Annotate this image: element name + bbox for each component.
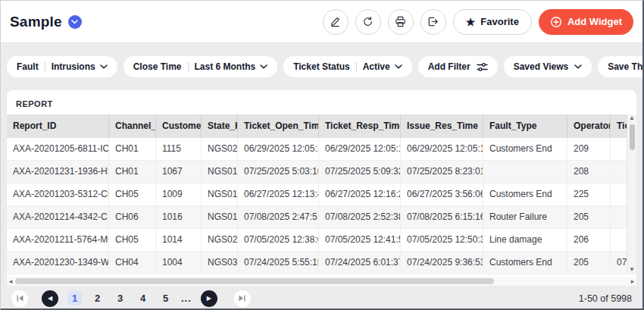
filter-value: Last 6 Months — [195, 61, 256, 72]
column-header[interactable]: State_Key — [202, 114, 238, 138]
previous-page-button[interactable]: ◀ — [42, 290, 58, 307]
pagination-bar: ◀ 12345... ▶ 1-50 of 5998 — [1, 286, 642, 310]
page-button-2[interactable]: 2 — [90, 291, 105, 305]
column-header[interactable]: Report_ID — [7, 114, 109, 138]
saved-views-button[interactable]: Saved Views — [504, 56, 592, 77]
scroll-right-icon[interactable]: ▸ — [629, 277, 636, 286]
filter-pill-ticket-status[interactable]: Ticket Status Active — [283, 56, 412, 77]
vertical-scrollbar-thumb[interactable] — [630, 124, 635, 150]
table-cell: 07/05/2025 12:41:51 AM — [319, 229, 401, 251]
scroll-down-icon[interactable]: ▼ — [629, 266, 635, 274]
table-row[interactable]: AXA-20201230-1349-WLESSCH041004NGS03407/… — [7, 252, 636, 274]
add-widget-label: Add Widget — [567, 16, 622, 27]
favorite-button[interactable]: ★ Favorite — [453, 9, 532, 35]
scroll-up-icon[interactable]: ▲ — [629, 114, 635, 122]
table-row[interactable]: AXA-20201205-6811-ICSCH011115NGS02406/29… — [7, 138, 636, 161]
table-cell: CH01 — [109, 138, 156, 160]
table-cell: 06/27/2025 3:56:06 AM — [401, 183, 483, 205]
table-cell: CH01 — [109, 161, 156, 183]
print-button[interactable] — [388, 9, 414, 35]
first-page-button[interactable] — [11, 290, 28, 307]
table-cell: Customers End — [483, 138, 567, 160]
print-icon — [395, 16, 406, 27]
saved-views-label: Saved Views — [514, 61, 569, 72]
skip-to-first-icon — [17, 295, 23, 302]
table-cell: AXA-20201211-5764-MCON — [7, 229, 109, 251]
table-cell: 07/25/2025 5:03:10 AM — [238, 161, 319, 183]
page-title: Sample — [10, 14, 62, 30]
table-cell: 07/24/2025 6:01:37 AM — [319, 252, 401, 274]
table-cell: 1009 — [156, 183, 202, 205]
report-card: REPORT Report_IDChannel_KeyCustomer_...S… — [7, 90, 636, 277]
page-button-3[interactable]: 3 — [113, 291, 127, 305]
star-icon: ★ — [466, 17, 476, 27]
save-this-view-label: Save This View — [608, 61, 644, 72]
column-header[interactable]: Ticket_Open_Time — [238, 114, 319, 138]
table-header-row: Report_IDChannel_KeyCustomer_...State_Ke… — [7, 114, 636, 138]
table-cell: Router Failure — [483, 206, 567, 228]
chevron-down-icon — [260, 64, 267, 69]
table-cell: 209 — [567, 138, 611, 160]
app-header: Sample — [1, 1, 642, 43]
table-cell: CH05 — [109, 229, 156, 251]
table-cell: CH04 — [109, 252, 156, 274]
column-header[interactable]: Ticket_Resp_Time — [319, 114, 401, 138]
column-header[interactable]: Fault_Type — [483, 114, 567, 138]
chevron-down-icon — [100, 64, 108, 69]
filter-value: Intrusions — [52, 61, 95, 72]
table-cell: 205 — [567, 206, 611, 228]
table-cell: AXA-20201231-1936-HSE — [7, 161, 109, 183]
column-header[interactable]: Operator_ID — [567, 114, 611, 138]
table-cell: 07/25/2025 5:09:32 AM — [319, 161, 401, 183]
table-cell: 208 — [567, 161, 611, 183]
table-cell: 1067 — [156, 161, 202, 183]
table-row[interactable]: AXA-20201211-5764-MCONCH051014NGS02207/0… — [7, 229, 636, 252]
add-widget-button[interactable]: Add Widget — [539, 9, 633, 35]
table-cell: NGS010 — [202, 183, 238, 205]
scroll-left-icon[interactable]: ◂ — [7, 277, 14, 286]
page-button-4[interactable]: 4 — [136, 291, 150, 305]
export-button[interactable] — [420, 9, 446, 35]
sliders-icon — [477, 62, 488, 72]
title-dropdown-button[interactable] — [68, 15, 82, 29]
filter-pill-close-time[interactable]: Close Time Last 6 Months — [123, 56, 277, 77]
table-cell: 07/08/2025 6:15:16 AM — [401, 206, 483, 228]
table-cell: 06/29/2025 12:05:18 AM — [319, 138, 401, 160]
edit-icon — [330, 16, 341, 27]
page-button-5[interactable]: 5 — [158, 291, 173, 305]
column-header[interactable]: Issue_Res_Time — [401, 114, 483, 138]
filter-value: Active — [363, 61, 390, 72]
refresh-button[interactable] — [355, 9, 381, 35]
table-cell: 07/08/2025 2:47:51 AM — [238, 206, 319, 228]
row-range-label: 1-50 of 5998 — [579, 293, 632, 304]
table-cell: AXA-20201203-5312-CBS — [7, 183, 109, 205]
table-cell: 07/08/2025 2:52:38 AM — [319, 206, 401, 228]
horizontal-scrollbar[interactable]: ◂ ▸ — [7, 277, 636, 286]
edit-button[interactable] — [323, 9, 349, 35]
last-page-button[interactable] — [234, 290, 251, 307]
table-cell: 07/24/2025 5:55:15 AM — [238, 252, 319, 274]
table-cell: CH06 — [109, 206, 156, 228]
next-page-button[interactable]: ▶ — [201, 290, 217, 307]
table-cell: Line damage — [483, 229, 567, 251]
column-header[interactable]: Customer_... — [156, 114, 202, 138]
table-cell: 06/27/2025 12:16:23 AM — [319, 183, 401, 205]
filter-pill-fault[interactable]: Fault Intrusions — [7, 56, 117, 77]
table-cell: 06/27/2025 12:13:42 AM — [238, 183, 319, 205]
page-button-1[interactable]: 1 — [67, 291, 82, 305]
chevron-down-icon — [395, 64, 402, 69]
table-cell: NGS034 — [202, 252, 238, 274]
column-header[interactable]: Channel_Key — [109, 114, 156, 138]
table-row[interactable]: AXA-20201214-4342-C100CH061016NGS01907/0… — [7, 206, 636, 229]
table-row[interactable]: AXA-20201231-1936-HSECH011067NGS01507/25… — [7, 161, 636, 183]
report-table: Report_IDChannel_KeyCustomer_...State_Ke… — [7, 114, 636, 274]
horizontal-scrollbar-thumb[interactable] — [15, 278, 494, 284]
save-this-view-button[interactable]: Save This View — [598, 56, 644, 77]
pill-divider — [356, 62, 357, 72]
refresh-icon — [362, 16, 374, 27]
export-icon — [427, 16, 439, 27]
add-filter-button[interactable]: Add Filter — [418, 56, 498, 77]
report-title: REPORT — [7, 90, 636, 114]
table-row[interactable]: AXA-20201203-5312-CBSCH051009NGS01006/27… — [7, 183, 636, 206]
vertical-scrollbar[interactable]: ▲ ▼ — [627, 114, 636, 274]
